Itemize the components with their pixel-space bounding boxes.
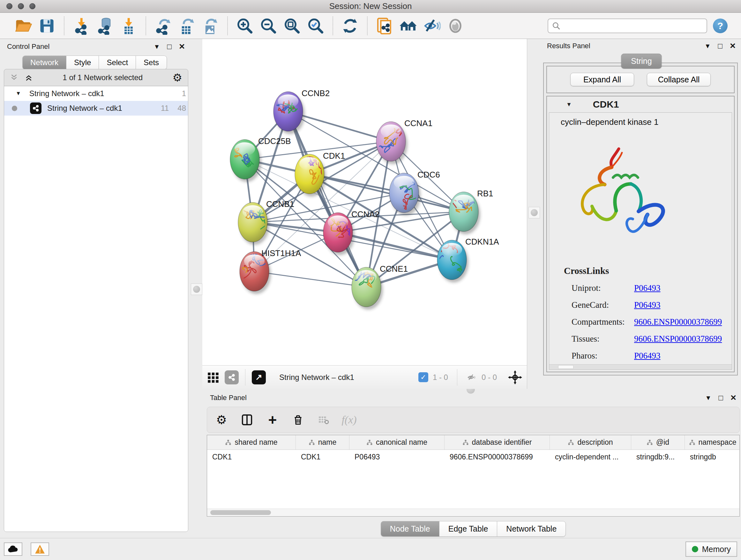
table-cell[interactable]: CDK1	[207, 450, 296, 464]
collection-expand-icon[interactable]: ▼	[16, 90, 21, 97]
table-cell[interactable]: CDK1	[296, 450, 349, 464]
import-network-database-icon[interactable]	[96, 16, 114, 36]
protein-collapse-icon[interactable]: ▼	[566, 101, 572, 108]
results-panel-menu-icon[interactable]: ▼	[704, 43, 711, 49]
crosslink-link[interactable]: P06493	[634, 283, 732, 293]
control-panel-close-icon[interactable]: ✕	[179, 43, 185, 51]
column-header-name[interactable]: name	[296, 435, 349, 449]
tab-node-table[interactable]: Node Table	[381, 521, 440, 537]
table-cell[interactable]: stringdb	[685, 450, 740, 464]
crosslink-link[interactable]: P06493	[634, 351, 732, 361]
crosslink-link[interactable]: P06493	[634, 300, 732, 310]
save-session-icon[interactable]	[38, 16, 56, 36]
pan-crosshair-icon[interactable]	[508, 370, 522, 385]
tab-style[interactable]: Style	[66, 56, 99, 70]
zoom-out-icon[interactable]	[259, 16, 278, 36]
tab-edge-table[interactable]: Edge Table	[440, 521, 497, 537]
network-node-CCNE1[interactable]: CCNE1	[352, 264, 408, 310]
zoom-in-icon[interactable]	[235, 16, 254, 36]
memory-button[interactable]: Memory	[685, 542, 737, 557]
column-header-canonical-name[interactable]: canonical name	[349, 435, 445, 449]
tab-sets[interactable]: Sets	[136, 56, 167, 70]
crosslink-link[interactable]: 9606.ENSP00000378699	[634, 317, 732, 327]
table-scrollbar-thumb[interactable]	[210, 510, 271, 515]
birdseye-grid-icon[interactable]	[207, 371, 219, 384]
table-options-gear-icon[interactable]: ⚙	[214, 413, 229, 427]
column-header-shared-name[interactable]: shared name	[207, 435, 296, 449]
share-document-icon[interactable]	[375, 16, 394, 36]
create-column-icon[interactable]: +	[265, 413, 280, 427]
zoom-selected-icon[interactable]	[307, 16, 325, 36]
table-panel-menu-icon[interactable]: ▼	[705, 395, 712, 401]
network-node-CDC25B[interactable]: CDC25B	[230, 136, 291, 182]
right-panel-divider-handle[interactable]	[529, 207, 540, 219]
table-cell[interactable]: P06493	[349, 450, 445, 464]
table-row[interactable]: CDK1CDK1P064939606.ENSP00000378699cyclin…	[207, 450, 739, 464]
table-horizontal-scrollbar[interactable]	[207, 509, 739, 516]
network-node-HIST1H1A[interactable]: HIST1H1A	[232, 248, 301, 294]
network-node-CCNA1[interactable]: CCNA1	[376, 118, 432, 164]
control-panel-float-icon[interactable]: □	[167, 43, 172, 51]
column-header-database-identifier[interactable]: database identifier	[445, 435, 550, 449]
table-cell[interactable]: 9606.ENSP00000378699	[445, 450, 550, 464]
network-options-gear-icon[interactable]: ⚙	[173, 71, 182, 84]
window-title: Session: New Session	[0, 1, 741, 11]
home-icon[interactable]	[399, 16, 417, 36]
import-network-file-icon[interactable]	[72, 16, 91, 36]
network-node-CCNB1[interactable]: CCNB1	[238, 199, 294, 245]
results-scrollbar-thumb[interactable]	[558, 365, 574, 369]
network-node-CDKN1A[interactable]: CDKN1A	[431, 237, 499, 283]
expand-all-icon[interactable]	[24, 73, 33, 82]
network-node-CCNA2[interactable]: CCNA2	[323, 209, 380, 255]
show-columns-icon[interactable]	[240, 413, 254, 427]
network-edge[interactable]	[310, 174, 464, 212]
collapse-all-icon[interactable]	[10, 73, 18, 82]
network-node-CCNB2[interactable]: CCNB2	[273, 88, 330, 134]
control-panel-menu-icon[interactable]: ▼	[154, 44, 160, 50]
collapse-all-button[interactable]: Collapse All	[647, 73, 711, 86]
crosslink-link[interactable]: 9606.ENSP00000378699	[634, 334, 732, 344]
network-overview-icon[interactable]	[225, 370, 239, 384]
zoom-fit-content-icon[interactable]	[283, 16, 301, 36]
tab-string[interactable]: String	[621, 54, 662, 69]
search-input[interactable]	[560, 22, 694, 30]
network-canvas[interactable]: CCNB2CCNA1CDC25BCDK1CDC6RB1CCNB1CCNA2CDK…	[202, 39, 527, 365]
open-session-icon[interactable]	[14, 16, 32, 36]
show-all-eye-icon[interactable]	[446, 16, 465, 36]
export-image-icon[interactable]	[201, 16, 219, 36]
help-icon[interactable]: ?	[713, 18, 728, 33]
delete-column-trash-icon[interactable]	[291, 413, 306, 427]
table-panel-close-icon[interactable]: ✕	[730, 394, 737, 401]
column-header-description[interactable]: description	[550, 435, 631, 449]
network-label: String Network – cdk1	[47, 104, 153, 113]
column-header--id[interactable]: @id	[631, 435, 685, 449]
results-panel-float-icon[interactable]: □	[718, 42, 723, 50]
export-table-icon[interactable]	[178, 16, 196, 36]
network-node-RB1[interactable]: RB1	[449, 189, 493, 234]
cloud-status-button[interactable]	[4, 543, 22, 556]
results-horizontal-scrollbar[interactable]	[549, 364, 732, 369]
table-panel-float-icon[interactable]: □	[718, 394, 723, 401]
expand-all-button[interactable]: Expand All	[570, 73, 634, 86]
open-in-new-window-icon[interactable]: ↗	[252, 370, 266, 384]
search-field[interactable]	[548, 18, 707, 33]
results-panel-close-icon[interactable]: ✕	[730, 42, 736, 50]
export-network-icon[interactable]	[154, 16, 172, 36]
selected-indicator-checkbox[interactable]: ✓	[418, 372, 428, 382]
left-panel-divider-handle[interactable]	[191, 284, 202, 295]
refresh-icon[interactable]	[341, 16, 359, 36]
network-edge[interactable]	[254, 271, 366, 287]
column-header-namespace[interactable]: namespace	[685, 435, 740, 449]
network-collection-row[interactable]: ▼ String Network – cdk1 1	[4, 86, 188, 101]
warning-status-button[interactable]	[30, 543, 49, 556]
table-cell[interactable]: cyclin-dependent ...	[550, 450, 631, 464]
tab-select[interactable]: Select	[99, 56, 136, 70]
network-node-CDC6[interactable]: CDC6	[389, 170, 440, 215]
network-row-selected[interactable]: String Network – cdk1 11 48	[4, 101, 188, 116]
tab-network-table[interactable]: Network Table	[497, 521, 566, 537]
hide-selection-eye-icon[interactable]	[422, 16, 441, 36]
import-table-icon[interactable]	[119, 16, 138, 36]
tab-network[interactable]: Network	[22, 56, 66, 70]
node-label: CCNB1	[266, 199, 294, 209]
table-cell[interactable]: stringdb:9...	[631, 450, 685, 464]
